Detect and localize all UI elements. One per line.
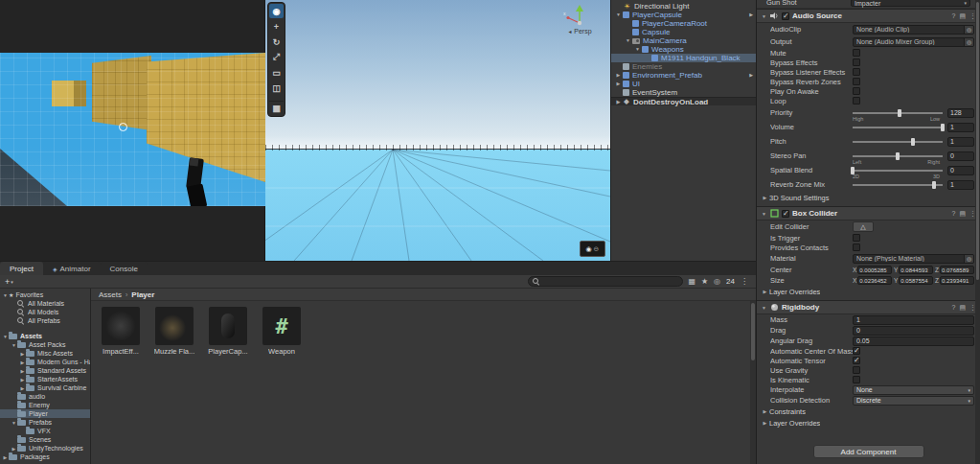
property-row-layer-overrides[interactable]: ▶Layer Overrides	[757, 286, 980, 297]
folder-item-modern-guns-handgun[interactable]: ▶Modern Guns - Handgun	[0, 358, 90, 366]
vector-field-z[interactable]: 0.0768589	[940, 266, 974, 274]
foldout-arrow-icon[interactable]: ▼	[761, 211, 767, 217]
expand-arrow-icon[interactable]: ▶	[19, 368, 26, 374]
inspector-scrollbar[interactable]	[975, 0, 980, 464]
component-header-box-collider[interactable]: ▼Box Collider?▤⋮	[757, 207, 980, 220]
visibility-icon[interactable]: ◎	[714, 277, 720, 286]
expand-arrow-icon[interactable]: ▼	[624, 36, 632, 45]
expand-arrow-icon[interactable]: ▶	[2, 454, 9, 460]
folder-item-standard-assets[interactable]: ▶Standard Assets	[0, 366, 90, 375]
presets-icon[interactable]: ▤	[959, 12, 966, 20]
component-enabled-checkbox[interactable]	[782, 12, 789, 20]
expand-arrow-icon[interactable]: ▼	[11, 342, 17, 348]
slider-track-volume[interactable]	[853, 127, 943, 128]
expand-arrow-icon[interactable]: ▶	[11, 446, 17, 452]
scrollbar-thumb[interactable]	[976, 2, 979, 280]
expand-arrow-icon[interactable]: ▶	[19, 351, 26, 357]
object-picker-icon[interactable]: ◎	[964, 26, 973, 34]
hierarchy-item-dontdestroyonload[interactable]: ▶◆DontDestroyOnLoad	[611, 97, 756, 105]
folder-item-player[interactable]: Player	[0, 409, 90, 418]
property-row-3d-sound-settings[interactable]: ▶3D Sound Settings	[757, 192, 980, 203]
scale-tool[interactable]: ⤢	[269, 50, 284, 64]
folder-item-audio[interactable]: audio	[0, 392, 90, 401]
folder-item-vfx[interactable]: VFX	[0, 427, 90, 435]
cutoff-object-field[interactable]: Impacter ▾	[851, 0, 970, 7]
slider-thumb[interactable]	[898, 109, 901, 117]
text-field-angular-drag[interactable]: 0.05	[853, 336, 974, 346]
checkbox-use-gravity[interactable]	[853, 366, 860, 374]
hierarchy-item-ui[interactable]: ▶UI	[611, 80, 756, 88]
slider-track-stereo-pan[interactable]	[853, 155, 943, 157]
checkbox-is-kinematic[interactable]	[853, 376, 860, 383]
slider-value-field[interactable]: 0	[947, 151, 974, 161]
game-view-panel[interactable]	[0, 0, 265, 261]
checkbox-bypass-effects[interactable]	[853, 58, 860, 66]
folder-item-favorites[interactable]: ▼★Favorites	[0, 290, 90, 299]
rotate-tool[interactable]: ↻	[269, 35, 284, 49]
vector-field-y[interactable]: 0.0587554	[899, 276, 933, 285]
folder-item-assets[interactable]: ▼Assets	[0, 332, 90, 340]
text-field-drag[interactable]: 0	[853, 326, 974, 336]
open-prefab-arrow-icon[interactable]: ▶	[749, 11, 753, 19]
rect-tool[interactable]: ▭	[269, 65, 284, 80]
hierarchy-item-environment-prefab[interactable]: ▶Environment_Prefab▶	[611, 71, 756, 80]
expand-arrow-icon[interactable]: ▼	[11, 420, 17, 426]
hierarchy-item-maincamera[interactable]: ▼MainCamera	[611, 36, 756, 45]
checkbox-bypass-reverb-zones[interactable]	[853, 78, 860, 85]
expand-arrow-icon[interactable]: ▼	[2, 292, 9, 298]
text-field-mass[interactable]: 1	[853, 315, 974, 325]
checkbox-bypass-listener-effects[interactable]	[853, 68, 860, 76]
folder-item-packages[interactable]: ▶Packages	[0, 452, 90, 461]
help-icon[interactable]: ?	[951, 210, 955, 217]
slider-thumb[interactable]	[941, 124, 945, 131]
content-scrollbar[interactable]	[750, 301, 756, 464]
expand-arrow-icon[interactable]: ▼	[633, 45, 642, 54]
tab-project[interactable]: Project	[0, 262, 43, 275]
checkbox-is-trigger[interactable]	[853, 234, 860, 242]
panel-menu-icon[interactable]: ⋮	[741, 277, 748, 286]
presets-icon[interactable]: ▤	[959, 304, 966, 312]
transform-tool[interactable]: ◫	[269, 81, 284, 95]
folder-item-all-materials[interactable]: All Materials	[0, 299, 90, 308]
slider-value-field[interactable]: 128	[947, 108, 974, 118]
folder-item-survival-carbine[interactable]: ▶Survival Carbine	[0, 383, 90, 392]
favorite-icon[interactable]: ★	[701, 277, 708, 286]
expand-arrow-icon[interactable]: ▶	[614, 71, 623, 80]
folder-item-all-models[interactable]: All Models	[0, 308, 90, 316]
add-component-button[interactable]: Add Component	[813, 445, 924, 458]
expand-arrow-icon[interactable]: ▼	[2, 334, 9, 339]
slider-track-reverb-zone-mix[interactable]	[853, 184, 943, 186]
dropdown-interpolate[interactable]: None▾	[853, 385, 974, 395]
foldout-arrow-icon[interactable]: ▼	[761, 305, 767, 311]
expand-arrow-icon[interactable]: ▶	[19, 377, 26, 383]
help-icon[interactable]: ?	[951, 304, 955, 311]
project-search-field[interactable]	[528, 276, 683, 287]
hierarchy-item-directional-light[interactable]: ☀Directional Light	[611, 2, 756, 11]
folder-item-enemy[interactable]: Enemy	[0, 401, 90, 409]
folder-item-prefabs[interactable]: ▼Prefabs	[0, 418, 90, 427]
slider-value-field[interactable]: 0	[947, 166, 974, 175]
checkbox-automatic-center-of-mass[interactable]	[853, 347, 860, 355]
checkbox-loop[interactable]	[853, 97, 860, 104]
hierarchy-item-playercapsule[interactable]: ▼PlayerCapsule▶	[611, 11, 756, 19]
folder-item-misc-assets[interactable]: ▶Misc Assets	[0, 349, 90, 358]
component-enabled-checkbox[interactable]	[782, 210, 789, 218]
checkbox-provides-contacts[interactable]	[853, 244, 860, 251]
slider-track-priority[interactable]	[853, 112, 943, 114]
slider-thumb[interactable]	[896, 152, 900, 160]
foldout-arrow-icon[interactable]: ▶	[761, 408, 769, 414]
asset-item-impacteff[interactable]: ImpactEff...	[99, 307, 143, 356]
hierarchy-item-m1911-handgun-black[interactable]: M1911 Handgun_Black	[611, 54, 756, 62]
slider-value-field[interactable]: 1	[947, 137, 974, 147]
foldout-arrow-icon[interactable]: ▶	[761, 420, 769, 426]
object-picker-icon[interactable]: ◎	[964, 38, 973, 46]
expand-arrow-icon[interactable]: ▶	[19, 385, 26, 391]
hierarchy-item-eventsystem[interactable]: EventSystem	[611, 88, 756, 97]
component-header-rigidbody[interactable]: ▼Rigidbody?▤⋮	[757, 301, 980, 314]
scene-view-panel[interactable]: ◉+↻⤢▭◫▦ x ◄ Persp ◉ ⊖	[265, 0, 610, 261]
component-header-audio-source[interactable]: ▼Audio Source?▤⋮	[757, 10, 980, 23]
vector-field-y[interactable]: 0.0844593	[899, 266, 933, 274]
breadcrumb-current[interactable]: Player	[131, 290, 154, 299]
edit-collider-button[interactable]: △	[853, 221, 874, 232]
asset-item-weapon[interactable]: #Weapon	[260, 307, 304, 356]
